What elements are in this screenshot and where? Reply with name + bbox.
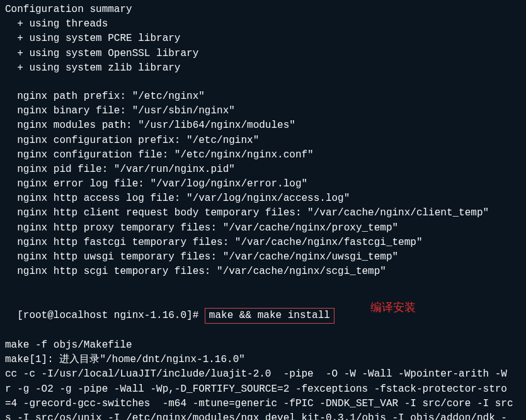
config-line: nginx path prefix: "/etc/nginx" — [5, 89, 521, 104]
build-output-line: s -I src/os/unix -I /etc/nginx/modules/n… — [5, 411, 521, 420]
config-line: nginx pid file: "/var/run/nginx.pid" — [5, 162, 521, 177]
config-line: nginx http client request body temporary… — [5, 206, 521, 220]
blank-line — [5, 279, 521, 293]
shell-prompt-line[interactable]: [root@localhost nginx-1.16.0]# make && m… — [5, 293, 521, 338]
summary-item: + using system zlib library — [5, 61, 521, 76]
annotation-label: 编译安装 — [370, 299, 416, 315]
config-line: nginx http access log file: "/var/log/ng… — [5, 191, 521, 206]
config-line: nginx error log file: "/var/log/nginx/er… — [5, 177, 521, 191]
config-line: nginx configuration file: "/etc/nginx/ng… — [5, 148, 521, 162]
summary-item: + using system OpenSSL library — [5, 47, 521, 61]
build-output-line: make -f objs/Makefile — [5, 338, 521, 353]
config-line: nginx http fastcgi temporary files: "/va… — [5, 236, 521, 250]
build-output-line: =4 -grecord-gcc-switches -m64 -mtune=gen… — [5, 397, 521, 411]
config-line: nginx modules path: "/usr/lib64/nginx/mo… — [5, 118, 521, 133]
build-output-line: cc -c -I/usr/local/LuaJIT/include/luajit… — [5, 367, 521, 382]
build-output-line: r -g -O2 -g -pipe -Wall -Wp,-D_FORTIFY_S… — [5, 382, 521, 397]
config-line: nginx http proxy temporary files: "/var/… — [5, 221, 521, 236]
summary-item: + using system PCRE library — [5, 31, 521, 46]
blank-line — [5, 76, 521, 89]
config-line: nginx http uwsgi temporary files: "/var/… — [5, 250, 521, 264]
command-text: make && make install — [209, 310, 330, 321]
config-line: nginx binary file: "/usr/sbin/nginx" — [5, 104, 521, 118]
command-highlight-box: make && make install — [205, 308, 334, 324]
summary-item: + using threads — [5, 17, 521, 31]
config-line: nginx configuration prefix: "/etc/nginx" — [5, 133, 521, 148]
build-output-line: make[1]: 进入目录"/home/dnt/nginx-1.16.0" — [5, 353, 521, 367]
shell-prompt: [root@localhost nginx-1.16.0]# — [17, 310, 205, 321]
config-summary-header: Configuration summary — [5, 3, 521, 17]
config-line: nginx http scgi temporary files: "/var/c… — [5, 264, 521, 279]
